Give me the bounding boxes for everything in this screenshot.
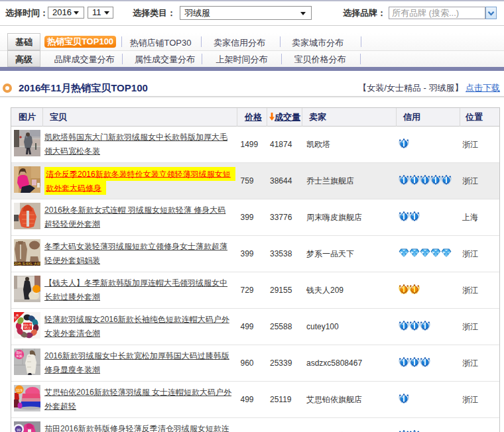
- svg-text:99: 99: [17, 427, 21, 431]
- svg-text:95元: 95元: [24, 326, 31, 330]
- svg-text:20色 S-6XL 大码: 20色 S-6XL 大码: [14, 262, 40, 266]
- svg-text:119: 119: [16, 388, 23, 392]
